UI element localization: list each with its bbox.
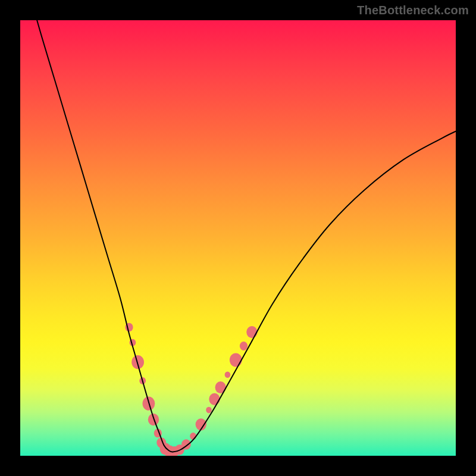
data-marker	[225, 372, 231, 378]
data-marker	[240, 342, 248, 350]
watermark-text: TheBottleneck.com	[357, 4, 469, 17]
bottleneck-curve	[33, 20, 456, 452]
data-marker	[209, 393, 220, 405]
data-marker	[230, 353, 242, 367]
data-marker	[131, 355, 144, 369]
data-marker	[246, 326, 257, 338]
data-marker	[206, 407, 212, 414]
chart-frame: TheBottleneck.com	[0, 0, 476, 476]
plot-area	[20, 20, 456, 456]
chart-svg	[20, 20, 456, 456]
